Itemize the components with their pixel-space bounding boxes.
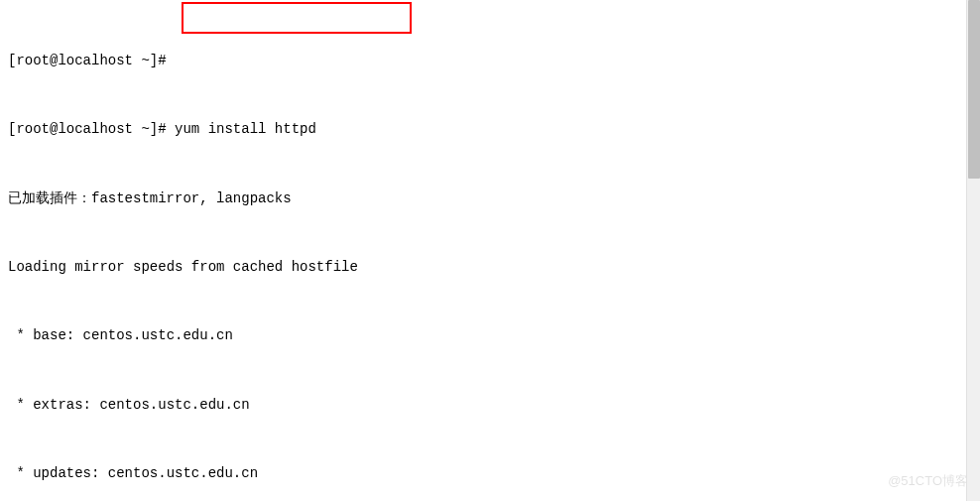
terminal-line: Loading mirror speeds from cached hostfi… [8,256,972,279]
terminal-line: * extras: centos.ustc.edu.cn [8,394,972,417]
watermark: @51CTO博客 [888,470,968,491]
terminal-line: 已加载插件：fastestmirror, langpacks [8,188,972,210]
terminal-line-command: [root@localhost ~]# yum install httpd [8,118,972,141]
scrollbar-thumb[interactable] [968,0,980,179]
scrollbar[interactable] [966,0,980,501]
terminal-line: * base: centos.ustc.edu.cn [8,324,972,347]
terminal-line: [root@localhost ~]# [8,50,972,72]
terminal-line: * updates: centos.ustc.edu.cn [8,462,972,485]
terminal-output[interactable]: [root@localhost ~]# [root@localhost ~]# … [8,4,972,501]
